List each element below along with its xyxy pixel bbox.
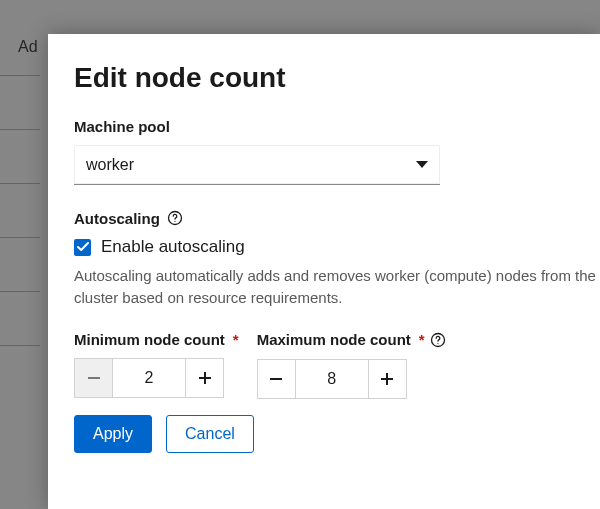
max-decrement-button[interactable] [258,360,296,398]
svg-rect-2 [88,377,100,379]
machine-pool-selected-value: worker [86,156,134,174]
chevron-down-icon [416,161,428,168]
edit-node-count-modal: Edit node count Machine pool worker Auto… [48,34,600,509]
max-node-count-label: Maximum node count * [257,331,447,349]
apply-button[interactable]: Apply [74,415,152,453]
max-node-count-stepper: 8 [257,359,407,399]
required-indicator: * [419,331,425,348]
minus-icon [88,377,100,379]
enable-autoscaling-row[interactable]: Enable autoscaling [74,237,574,257]
svg-point-1 [174,221,175,222]
enable-autoscaling-checkbox[interactable] [74,239,91,256]
min-decrement-button[interactable] [75,359,113,397]
max-increment-button[interactable] [368,360,406,398]
node-count-fields: Minimum node count * 2 Maximum node coun… [74,331,574,399]
cancel-button[interactable]: Cancel [166,415,254,453]
help-icon[interactable] [429,331,447,349]
machine-pool-label: Machine pool [74,118,574,135]
max-node-count-value[interactable]: 8 [296,360,368,398]
min-node-count-stepper: 2 [74,358,224,398]
svg-rect-4 [199,377,211,379]
svg-rect-9 [381,378,393,380]
plus-icon [199,372,211,384]
max-node-count-group: Maximum node count * 8 [257,331,447,399]
svg-rect-7 [270,378,282,380]
enable-autoscaling-label: Enable autoscaling [101,237,245,257]
modal-title: Edit node count [74,62,574,94]
plus-icon [381,373,393,385]
autoscaling-description: Autoscaling automatically adds and remov… [74,265,600,309]
min-node-count-value[interactable]: 2 [113,359,185,397]
minus-icon [270,378,282,380]
min-node-count-label: Minimum node count * [74,331,239,348]
required-indicator: * [233,331,239,348]
svg-point-6 [437,342,438,343]
min-increment-button[interactable] [185,359,223,397]
help-icon[interactable] [166,209,184,227]
modal-actions: Apply Cancel [74,415,574,453]
machine-pool-select[interactable]: worker [74,145,440,185]
min-node-count-group: Minimum node count * 2 [74,331,239,399]
autoscaling-section-label: Autoscaling [74,209,574,227]
